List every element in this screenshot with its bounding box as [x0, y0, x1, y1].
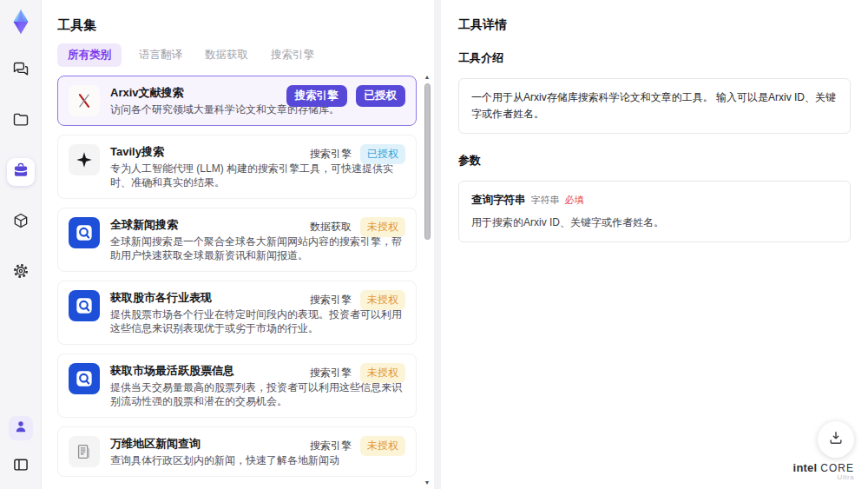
scroll-up-icon[interactable]: ▲ [422, 73, 432, 82]
sidebar-item-files[interactable] [7, 108, 35, 135]
brand-word-intel: intel [793, 461, 818, 474]
tool-card[interactable]: 全球新闻搜索 全球新闻搜索是一个聚合全球各大新闻网站内容的搜索引擎，帮助用户快速… [57, 208, 417, 272]
gear-icon [12, 262, 30, 283]
tool-category-badge: 搜索引擎 [310, 293, 352, 307]
tool-icon [69, 144, 100, 175]
search-news-icon [73, 221, 95, 244]
intel-core-logo: intelcore Ultra [793, 459, 854, 482]
panel-divider [434, 0, 441, 489]
tool-category-badge: 搜索引擎 [310, 366, 352, 380]
brand-word-core: core [820, 462, 854, 474]
chat-icon [12, 61, 30, 82]
tool-card[interactable]: Arxiv文献搜索 访问各个研究领域大量科学论文和文章的存储库。 搜索引擎 已授… [57, 76, 417, 126]
tab[interactable]: 所有类别 [57, 43, 122, 67]
details-panel: 工具详情 工具介绍 一个用于从Arxiv存储库搜索科学论文和文章的工具。 输入可… [441, 0, 868, 489]
params-heading: 参数 [458, 153, 851, 169]
scroll-down-icon[interactable]: ▼ [422, 479, 432, 487]
tool-description: 提供股票市场各个行业在特定时间段内的表现。投资者可以利用这些信息来识别表现优于或… [110, 307, 405, 335]
tool-card[interactable]: Tavily搜索 专为人工智能代理 (LLM) 构建的搜索引擎工具，可快速提供实… [57, 135, 417, 199]
toolbox-panel: 工具集 所有类别语言翻译数据获取搜索引擎 Arxiv文献搜索 访问各个研究领域大… [42, 0, 434, 489]
tool-icon [69, 363, 100, 394]
folder-icon [12, 111, 30, 132]
intro-text: 一个用于从Arxiv存储库搜索科学论文和文章的工具。 输入可以是Arxiv ID… [471, 91, 836, 120]
tool-card[interactable]: 获取股市各行业表现 提供股票市场各个行业在特定时间段内的表现。投资者可以利用这些… [57, 281, 417, 345]
star-icon [75, 150, 94, 169]
panel-toggle-button[interactable] [7, 453, 35, 480]
param-required-badge: 必填 [565, 194, 584, 207]
param-name: 查询字符串 [471, 193, 526, 208]
param-description: 用于搜索的Arxiv ID、关键字或作者姓名。 [471, 215, 838, 230]
tool-icon [69, 436, 100, 467]
tool-auth-badge: 未授权 [360, 290, 405, 310]
tool-auth-badge: 未授权 [360, 217, 405, 237]
page-title: 工具集 [57, 17, 434, 34]
arxiv-icon [75, 91, 94, 110]
tool-auth-badge: 已授权 [356, 85, 406, 107]
category-tabs: 所有类别语言翻译数据获取搜索引擎 [57, 44, 434, 65]
search-news-icon [73, 367, 95, 390]
sidebar-item-settings[interactable] [7, 259, 35, 287]
intro-heading: 工具介绍 [458, 50, 851, 66]
tool-auth-badge: 未授权 [360, 363, 405, 383]
intro-box: 一个用于从Arxiv存储库搜索科学论文和文章的工具。 输入可以是Arxiv ID… [458, 78, 851, 134]
tool-description: 全球新闻搜索是一个聚合全球各大新闻网站内容的搜索引擎，帮助用户快速获取全球最新资… [110, 235, 405, 262]
sidebar-item-packages[interactable] [7, 208, 35, 236]
tool-category-badge: 搜索引擎 [310, 439, 352, 453]
tool-list: Arxiv文献搜索 访问各个研究领域大量科学论文和文章的存储库。 搜索引擎 已授… [57, 76, 434, 489]
newspaper-icon [75, 442, 94, 461]
tab[interactable]: 数据获取 [200, 43, 253, 67]
details-title: 工具详情 [458, 17, 851, 33]
scrollbar[interactable]: ▲ ▼ [422, 73, 432, 487]
sidebar-item-chat[interactable] [7, 57, 35, 85]
tool-auth-badge: 未授权 [360, 436, 405, 456]
user-avatar[interactable] [9, 416, 33, 440]
download-icon [827, 429, 845, 450]
tool-description: 专为人工智能代理 (LLM) 构建的搜索引擎工具，可快速提供实时、准确和真实的结… [110, 162, 405, 189]
tool-icon [69, 85, 100, 116]
app-logo-icon [6, 7, 36, 36]
tool-category-badge: 搜索引擎 [286, 85, 347, 107]
scroll-thumb[interactable] [424, 83, 431, 240]
tool-category-badge: 搜索引擎 [310, 147, 352, 162]
tool-card[interactable]: 获取市场最活跃股票信息 提供当天交易量最高的股票列表，投资者可以利用这些信息来识… [57, 354, 417, 418]
tool-icon [69, 290, 100, 321]
tool-card[interactable]: 万维地区新闻查询 查询具体行政区划内的新闻，快速了解各地新闻动 搜索引擎 未授权 [57, 426, 417, 477]
param-type: 字符串 [531, 194, 560, 207]
tab[interactable]: 语言翻译 [134, 43, 187, 67]
param-box: 查询字符串 字符串 必填 用于搜索的Arxiv ID、关键字或作者姓名。 [458, 181, 851, 242]
tool-category-badge: 数据获取 [310, 220, 352, 235]
search-news-icon [73, 294, 95, 317]
download-button[interactable] [818, 421, 854, 458]
tab[interactable]: 搜索引擎 [266, 43, 319, 67]
tool-description: 提供当天交易量最高的股票列表，投资者可以利用这些信息来识别流动性强的股票和潜在的… [110, 380, 405, 408]
user-icon [13, 419, 29, 438]
left-rail [0, 0, 42, 489]
brand-suffix: Ultra [793, 474, 854, 482]
briefcase-icon [12, 162, 30, 182]
tool-auth-badge: 已授权 [360, 144, 405, 164]
sidebar-item-tools[interactable] [7, 158, 35, 186]
tool-icon [69, 217, 100, 248]
cube-icon [12, 212, 30, 233]
panel-toggle-icon [12, 456, 30, 477]
